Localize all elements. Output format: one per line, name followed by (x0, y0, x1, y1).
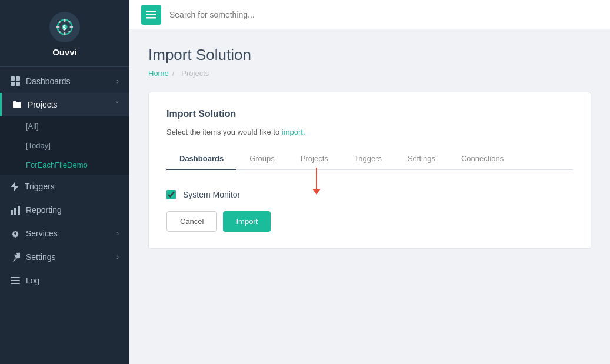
tab-triggers[interactable]: Triggers (341, 148, 395, 170)
system-monitor-checkbox[interactable] (166, 190, 176, 199)
breadcrumb-separator: / (172, 69, 175, 78)
tab-groups[interactable]: Groups (236, 148, 288, 170)
svg-rect-2 (64, 19, 66, 22)
svg-rect-3 (64, 32, 66, 36)
main-content-area: Import Solution Home / Projects Import S… (129, 0, 610, 364)
sidebar-item-dashboards-label: Dashboards (26, 76, 116, 86)
sidebar-item-triggers-label: Triggers (25, 182, 119, 191)
projects-sub-menu: [All] [Today] ForEachFileDemo (0, 116, 129, 175)
sidebar: $ Ouvvi Dashboards › Projects ˅ [All] [T… (0, 0, 129, 364)
sidebar-item-services-label: Services (26, 229, 116, 238)
page-title: Import Solution (148, 46, 591, 64)
grid-icon (11, 76, 20, 86)
sidebar-sub-item-foreachfiledemo[interactable]: ForEachFileDemo (0, 155, 129, 175)
svg-rect-16 (11, 210, 13, 215)
arrow-head (312, 189, 321, 195)
import-card: Import Solution Select the items you wou… (148, 92, 591, 249)
sidebar-nav: Dashboards › Projects ˅ [All] [Today] Fo… (0, 67, 129, 295)
sidebar-logo: $ Ouvvi (0, 0, 129, 67)
tab-projects[interactable]: Projects (288, 148, 341, 170)
sidebar-item-projects-label: Projects (28, 100, 115, 109)
tab-connections[interactable]: Connections (448, 148, 516, 170)
svg-rect-5 (70, 26, 74, 28)
svg-rect-4 (56, 26, 60, 28)
import-card-title: Import Solution (166, 109, 573, 119)
tab-settings[interactable]: Settings (395, 148, 448, 170)
sidebar-item-services[interactable]: Services › (0, 222, 129, 245)
system-monitor-label: System Monitor (183, 190, 240, 199)
svg-rect-22 (146, 11, 156, 12)
sidebar-item-settings-label: Settings (26, 252, 116, 262)
svg-rect-14 (16, 82, 20, 86)
hamburger-icon (146, 11, 156, 19)
svg-rect-20 (11, 280, 20, 281)
chevron-down-icon: ˅ (115, 101, 119, 109)
brand-logo: $ (49, 12, 80, 42)
tab-dashboards[interactable]: Dashboards (166, 148, 236, 170)
import-card-description: Select the items you would like to impor… (166, 128, 573, 136)
svg-text:$: $ (62, 24, 66, 31)
bolt-icon (11, 182, 19, 191)
svg-marker-15 (11, 182, 19, 191)
breadcrumb: Home / Projects (148, 69, 591, 78)
logo-icon: $ (55, 17, 75, 37)
import-button[interactable]: Import (223, 211, 271, 232)
sidebar-item-projects[interactable]: Projects ˅ (0, 93, 129, 116)
sidebar-item-log-label: Log (26, 276, 119, 285)
svg-rect-13 (11, 82, 15, 86)
item-row-system-monitor: System Monitor (166, 190, 573, 199)
chevron-right-icon-settings: › (116, 253, 119, 261)
sidebar-item-dashboards[interactable]: Dashboards › (0, 69, 129, 93)
svg-rect-11 (11, 76, 15, 81)
search-input[interactable] (169, 10, 598, 19)
tabs-bar: Dashboards Groups Projects Triggers Sett… (166, 148, 573, 170)
topbar (129, 0, 610, 29)
chevron-right-icon-services: › (116, 229, 119, 238)
sidebar-sub-item-all[interactable]: [All] (0, 116, 129, 136)
arrow-shaft (316, 168, 317, 189)
breadcrumb-current: Projects (181, 69, 209, 78)
sidebar-item-reporting-label: Reporting (26, 205, 119, 215)
folder-icon (12, 100, 22, 109)
arrow-annotation (312, 168, 321, 195)
brand-name: Ouvvi (52, 47, 77, 57)
breadcrumb-home[interactable]: Home (148, 69, 169, 78)
cancel-button[interactable]: Cancel (166, 211, 217, 232)
cog-small-icon (11, 229, 20, 238)
svg-rect-17 (14, 208, 16, 215)
wrench-icon (11, 252, 20, 262)
description-highlight: import. (282, 128, 305, 136)
svg-rect-19 (11, 277, 20, 278)
content-area: Import Solution Home / Projects Import S… (129, 29, 610, 364)
svg-rect-24 (146, 17, 156, 19)
sidebar-item-reporting[interactable]: Reporting (0, 198, 129, 222)
sidebar-item-settings[interactable]: Settings › (0, 245, 129, 269)
sidebar-sub-item-today[interactable]: [Today] (0, 136, 129, 155)
list-icon (11, 276, 20, 285)
menu-toggle-button[interactable] (141, 5, 161, 25)
action-buttons: Cancel Import (166, 211, 573, 232)
svg-rect-23 (146, 14, 156, 15)
svg-rect-18 (18, 206, 20, 215)
sidebar-item-triggers[interactable]: Triggers (0, 175, 129, 198)
chevron-right-icon: › (116, 77, 119, 85)
svg-rect-12 (16, 76, 20, 81)
svg-rect-21 (11, 283, 20, 284)
bar-chart-icon (11, 205, 20, 215)
sidebar-item-log[interactable]: Log (0, 269, 129, 292)
